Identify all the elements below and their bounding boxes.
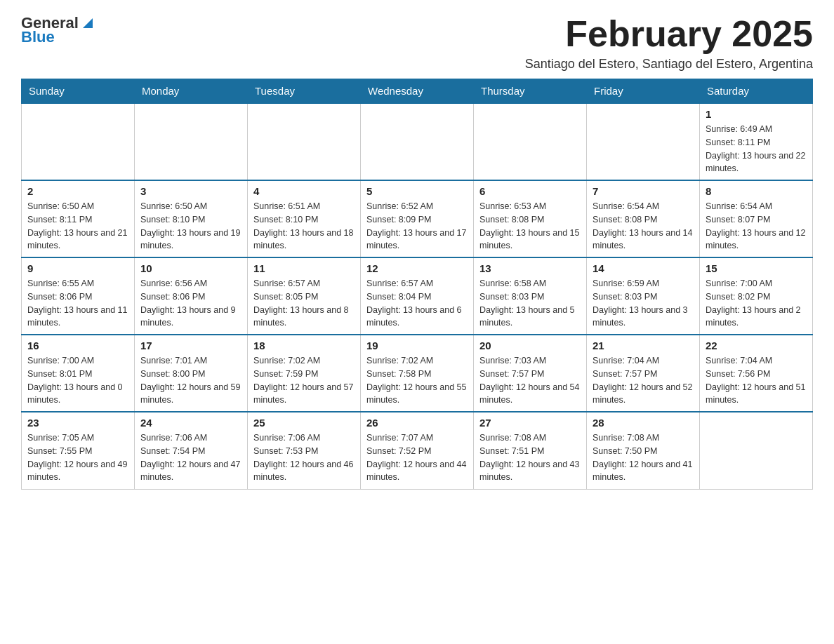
day-info: Sunrise: 6:49 AMSunset: 8:11 PMDaylight:… bbox=[706, 123, 807, 175]
day-number: 11 bbox=[253, 262, 355, 274]
day-info: Sunrise: 7:04 AMSunset: 7:57 PMDaylight:… bbox=[593, 354, 694, 407]
calendar-cell bbox=[474, 103, 587, 180]
calendar-cell: 16Sunrise: 7:00 AMSunset: 8:01 PMDayligh… bbox=[22, 335, 135, 412]
day-number: 2 bbox=[27, 185, 128, 197]
calendar-cell: 1Sunrise: 6:49 AMSunset: 8:11 PMDaylight… bbox=[700, 103, 813, 180]
calendar-cell: 20Sunrise: 7:03 AMSunset: 7:57 PMDayligh… bbox=[474, 335, 587, 412]
calendar-body: 1Sunrise: 6:49 AMSunset: 8:11 PMDaylight… bbox=[22, 103, 813, 489]
logo-icon bbox=[80, 15, 95, 31]
day-info: Sunrise: 7:04 AMSunset: 7:56 PMDaylight:… bbox=[706, 354, 807, 407]
day-info: Sunrise: 7:08 AMSunset: 7:51 PMDaylight:… bbox=[479, 431, 581, 484]
calendar-cell: 12Sunrise: 6:57 AMSunset: 8:04 PMDayligh… bbox=[361, 257, 474, 335]
calendar-cell: 22Sunrise: 7:04 AMSunset: 7:56 PMDayligh… bbox=[700, 335, 813, 412]
calendar-week-1: 1Sunrise: 6:49 AMSunset: 8:11 PMDaylight… bbox=[22, 103, 813, 180]
day-number: 18 bbox=[253, 340, 355, 351]
day-number: 28 bbox=[593, 417, 694, 429]
day-number: 13 bbox=[479, 262, 581, 274]
calendar-week-5: 23Sunrise: 7:05 AMSunset: 7:55 PMDayligh… bbox=[22, 412, 813, 489]
day-info: Sunrise: 6:50 AMSunset: 8:11 PMDaylight:… bbox=[27, 200, 128, 253]
day-info: Sunrise: 6:54 AMSunset: 8:08 PMDaylight:… bbox=[593, 200, 694, 253]
day-info: Sunrise: 7:02 AMSunset: 7:59 PMDaylight:… bbox=[253, 354, 355, 407]
day-info: Sunrise: 7:06 AMSunset: 7:54 PMDaylight:… bbox=[140, 431, 241, 484]
day-number: 19 bbox=[366, 340, 468, 351]
day-info: Sunrise: 6:54 AMSunset: 8:07 PMDaylight:… bbox=[706, 200, 807, 253]
day-info: Sunrise: 7:07 AMSunset: 7:52 PMDaylight:… bbox=[366, 431, 468, 484]
day-number: 14 bbox=[593, 262, 694, 274]
calendar-cell: 13Sunrise: 6:58 AMSunset: 8:03 PMDayligh… bbox=[474, 257, 587, 335]
calendar-cell: 8Sunrise: 6:54 AMSunset: 8:07 PMDaylight… bbox=[700, 180, 813, 257]
day-info: Sunrise: 7:02 AMSunset: 7:58 PMDaylight:… bbox=[366, 354, 468, 407]
calendar-cell: 24Sunrise: 7:06 AMSunset: 7:54 PMDayligh… bbox=[135, 412, 248, 489]
calendar-cell: 2Sunrise: 6:50 AMSunset: 8:11 PMDaylight… bbox=[22, 180, 135, 257]
day-info: Sunrise: 6:53 AMSunset: 8:08 PMDaylight:… bbox=[479, 200, 581, 253]
day-info: Sunrise: 6:57 AMSunset: 8:04 PMDaylight:… bbox=[366, 277, 468, 330]
weekday-header-saturday: Saturday bbox=[700, 79, 813, 104]
day-number: 15 bbox=[706, 262, 807, 274]
calendar-cell: 9Sunrise: 6:55 AMSunset: 8:06 PMDaylight… bbox=[22, 257, 135, 335]
calendar-cell: 6Sunrise: 6:53 AMSunset: 8:08 PMDaylight… bbox=[474, 180, 587, 257]
calendar-cell bbox=[248, 103, 361, 180]
day-info: Sunrise: 6:56 AMSunset: 8:06 PMDaylight:… bbox=[140, 277, 241, 330]
calendar-cell: 18Sunrise: 7:02 AMSunset: 7:59 PMDayligh… bbox=[248, 335, 361, 412]
calendar-cell: 11Sunrise: 6:57 AMSunset: 8:05 PMDayligh… bbox=[248, 257, 361, 335]
day-number: 27 bbox=[479, 417, 581, 429]
calendar-week-4: 16Sunrise: 7:00 AMSunset: 8:01 PMDayligh… bbox=[22, 335, 813, 412]
logo-blue: Blue bbox=[21, 28, 55, 46]
page-header: General Blue February 2025 Santiago del … bbox=[21, 14, 813, 72]
day-info: Sunrise: 6:50 AMSunset: 8:10 PMDaylight:… bbox=[140, 200, 241, 253]
calendar-cell: 27Sunrise: 7:08 AMSunset: 7:51 PMDayligh… bbox=[474, 412, 587, 489]
weekday-header-thursday: Thursday bbox=[474, 79, 587, 104]
weekday-header-row: SundayMondayTuesdayWednesdayThursdayFrid… bbox=[22, 79, 813, 104]
day-info: Sunrise: 7:03 AMSunset: 7:57 PMDaylight:… bbox=[479, 354, 581, 407]
day-info: Sunrise: 6:52 AMSunset: 8:09 PMDaylight:… bbox=[366, 200, 468, 253]
day-number: 1 bbox=[706, 108, 807, 120]
weekday-header-friday: Friday bbox=[587, 79, 700, 104]
day-number: 16 bbox=[27, 340, 128, 351]
day-number: 3 bbox=[140, 185, 241, 197]
day-info: Sunrise: 7:00 AMSunset: 8:01 PMDaylight:… bbox=[27, 354, 128, 407]
day-number: 17 bbox=[140, 340, 241, 351]
calendar-cell bbox=[361, 103, 474, 180]
calendar-week-3: 9Sunrise: 6:55 AMSunset: 8:06 PMDaylight… bbox=[22, 257, 813, 335]
day-info: Sunrise: 6:57 AMSunset: 8:05 PMDaylight:… bbox=[253, 277, 355, 330]
day-info: Sunrise: 7:05 AMSunset: 7:55 PMDaylight:… bbox=[27, 431, 128, 484]
day-info: Sunrise: 7:00 AMSunset: 8:02 PMDaylight:… bbox=[706, 277, 807, 330]
day-number: 26 bbox=[366, 417, 468, 429]
calendar-cell: 25Sunrise: 7:06 AMSunset: 7:53 PMDayligh… bbox=[248, 412, 361, 489]
day-info: Sunrise: 6:58 AMSunset: 8:03 PMDaylight:… bbox=[479, 277, 581, 330]
day-info: Sunrise: 6:51 AMSunset: 8:10 PMDaylight:… bbox=[253, 200, 355, 253]
calendar-cell: 17Sunrise: 7:01 AMSunset: 8:00 PMDayligh… bbox=[135, 335, 248, 412]
calendar-week-2: 2Sunrise: 6:50 AMSunset: 8:11 PMDaylight… bbox=[22, 180, 813, 257]
day-number: 12 bbox=[366, 262, 468, 274]
day-number: 10 bbox=[140, 262, 241, 274]
day-number: 8 bbox=[706, 185, 807, 197]
day-number: 21 bbox=[593, 340, 694, 351]
title-area: February 2025 Santiago del Estero, Santi… bbox=[525, 14, 813, 72]
day-info: Sunrise: 7:06 AMSunset: 7:53 PMDaylight:… bbox=[253, 431, 355, 484]
day-number: 23 bbox=[27, 417, 128, 429]
calendar-cell: 21Sunrise: 7:04 AMSunset: 7:57 PMDayligh… bbox=[587, 335, 700, 412]
logo: General Blue bbox=[21, 14, 95, 46]
calendar-cell: 4Sunrise: 6:51 AMSunset: 8:10 PMDaylight… bbox=[248, 180, 361, 257]
weekday-header-tuesday: Tuesday bbox=[248, 79, 361, 104]
day-info: Sunrise: 6:55 AMSunset: 8:06 PMDaylight:… bbox=[27, 277, 128, 330]
calendar-cell bbox=[700, 412, 813, 489]
day-number: 9 bbox=[27, 262, 128, 274]
calendar-cell bbox=[587, 103, 700, 180]
calendar-cell: 19Sunrise: 7:02 AMSunset: 7:58 PMDayligh… bbox=[361, 335, 474, 412]
day-number: 20 bbox=[479, 340, 581, 351]
calendar-cell: 28Sunrise: 7:08 AMSunset: 7:50 PMDayligh… bbox=[587, 412, 700, 489]
calendar-cell bbox=[22, 103, 135, 180]
svg-marker-0 bbox=[83, 18, 93, 28]
calendar-cell bbox=[135, 103, 248, 180]
month-title: February 2025 bbox=[525, 14, 813, 54]
location-subtitle: Santiago del Estero, Santiago del Estero… bbox=[525, 57, 813, 72]
calendar-cell: 23Sunrise: 7:05 AMSunset: 7:55 PMDayligh… bbox=[22, 412, 135, 489]
day-number: 25 bbox=[253, 417, 355, 429]
day-number: 5 bbox=[366, 185, 468, 197]
calendar-table: SundayMondayTuesdayWednesdayThursdayFrid… bbox=[21, 79, 813, 490]
weekday-header-sunday: Sunday bbox=[22, 79, 135, 104]
day-info: Sunrise: 6:59 AMSunset: 8:03 PMDaylight:… bbox=[593, 277, 694, 330]
day-number: 4 bbox=[253, 185, 355, 197]
day-number: 7 bbox=[593, 185, 694, 197]
